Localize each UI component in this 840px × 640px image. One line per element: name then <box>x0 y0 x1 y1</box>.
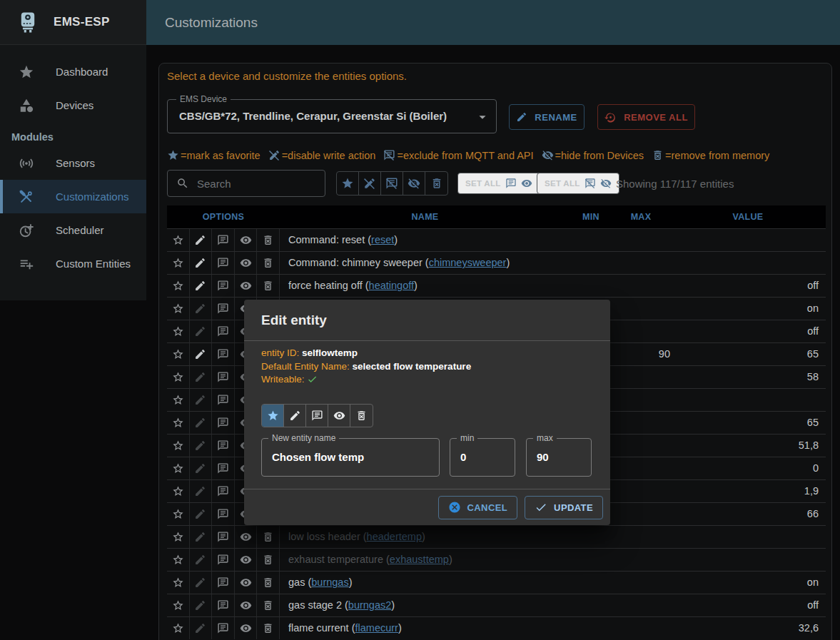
write-toggle[interactable] <box>284 405 306 427</box>
new-entity-name-field[interactable]: New entity name <box>261 438 440 477</box>
remove-toggle[interactable] <box>257 549 280 571</box>
write-toggle[interactable] <box>190 457 213 479</box>
mqtt-exclude-toggle[interactable] <box>212 617 235 639</box>
write-toggle[interactable] <box>190 343 213 365</box>
favorite-toggle[interactable] <box>167 594 190 616</box>
entity-shortname-link[interactable]: chimneysweeper <box>429 257 507 268</box>
mqtt-exclude-toggle[interactable] <box>212 457 235 479</box>
sidebar-item-sensors[interactable]: Sensors <box>0 146 146 180</box>
mqtt-exclude-toggle[interactable] <box>212 343 235 365</box>
hide-toggle[interactable] <box>235 549 258 571</box>
write-toggle[interactable] <box>190 229 213 251</box>
entity-shortname-link[interactable]: heatingoff <box>369 280 414 291</box>
favorite-toggle[interactable] <box>167 412 190 434</box>
favorite-toggle[interactable] <box>167 298 190 320</box>
rename-button[interactable]: RENAME <box>509 104 585 130</box>
hide-toggle[interactable] <box>235 526 258 548</box>
search-box[interactable] <box>167 170 325 197</box>
favorite-toggle[interactable] <box>167 572 190 594</box>
update-button[interactable]: UPDATE <box>525 496 603 519</box>
entity-shortname-link[interactable]: reset <box>371 234 394 245</box>
write-toggle[interactable] <box>190 389 213 411</box>
hide-toggle[interactable] <box>235 594 258 616</box>
write-toggle[interactable] <box>190 526 213 548</box>
hide-toggle[interactable] <box>235 252 258 274</box>
favorite-toggle[interactable] <box>167 435 190 457</box>
removed-filter-button[interactable] <box>425 172 447 195</box>
min-field[interactable]: min <box>450 438 515 477</box>
sidebar-item-devices[interactable]: Devices <box>0 88 146 122</box>
entity-shortname-link[interactable]: exhausttemp <box>390 554 449 565</box>
mqtt-exclude-toggle[interactable] <box>212 526 235 548</box>
mqtt-exclude-toggle[interactable] <box>212 252 235 274</box>
favorite-toggle[interactable] <box>167 275 190 297</box>
write-toggle[interactable] <box>190 320 213 342</box>
set-all-hide-button[interactable]: SET ALL <box>537 173 619 194</box>
hide-toggle[interactable] <box>235 229 258 251</box>
max-field[interactable]: max <box>526 438 592 477</box>
write-toggle[interactable] <box>190 275 213 297</box>
remove-all-button[interactable]: REMOVE ALL <box>597 104 695 130</box>
favorite-toggle[interactable] <box>262 405 284 427</box>
remove-toggle[interactable] <box>257 617 280 639</box>
remove-toggle[interactable] <box>257 275 280 297</box>
mqtt-exclude-toggle[interactable] <box>306 405 328 427</box>
mqtt-exclude-toggle[interactable] <box>212 572 235 594</box>
mqtt-exclude-toggle[interactable] <box>212 229 235 251</box>
favorite-toggle[interactable] <box>167 252 190 274</box>
sidebar-item-customizations[interactable]: Customizations <box>0 180 146 213</box>
hide-toggle[interactable] <box>235 617 258 639</box>
entity-shortname-link[interactable]: flamecurr <box>355 622 398 634</box>
remove-toggle[interactable] <box>257 594 280 616</box>
hide-toggle[interactable] <box>235 572 258 594</box>
favorite-toggle[interactable] <box>167 389 190 411</box>
write-toggle[interactable] <box>190 572 213 594</box>
mqtt-exclude-toggle[interactable] <box>212 549 235 571</box>
remove-toggle[interactable] <box>257 229 280 251</box>
write-toggle[interactable] <box>190 617 213 639</box>
entity-shortname-link[interactable]: burngas2 <box>348 599 391 611</box>
mqtt-exclude-toggle[interactable] <box>212 480 235 502</box>
remove-toggle[interactable] <box>257 572 280 594</box>
write-disabled-filter-button[interactable] <box>359 172 381 195</box>
chevron-down-icon[interactable] <box>475 109 490 125</box>
min-input[interactable] <box>450 439 515 476</box>
mqtt-exclude-toggle[interactable] <box>212 594 235 616</box>
new-entity-name-input[interactable] <box>262 439 439 476</box>
write-toggle[interactable] <box>190 503 213 525</box>
favorite-toggle[interactable] <box>167 503 190 525</box>
search-input[interactable] <box>197 178 311 190</box>
entity-shortname-link[interactable]: burngas <box>311 576 348 588</box>
favorite-toggle[interactable] <box>167 457 190 479</box>
cancel-button[interactable]: CANCEL <box>438 496 518 519</box>
favorite-toggle[interactable] <box>167 549 190 571</box>
favorite-toggle[interactable] <box>167 480 190 502</box>
write-toggle[interactable] <box>190 480 213 502</box>
mqtt-exclude-filter-button[interactable] <box>381 172 403 195</box>
write-toggle[interactable] <box>190 298 213 320</box>
mqtt-exclude-toggle[interactable] <box>212 412 235 434</box>
write-toggle[interactable] <box>190 412 213 434</box>
hide-toggle[interactable] <box>235 275 258 297</box>
set-all-show-button[interactable]: SET ALL <box>457 173 540 194</box>
write-toggle[interactable] <box>190 594 213 616</box>
remove-toggle[interactable] <box>350 405 373 427</box>
entity-shortname-link[interactable]: headertemp <box>367 531 422 542</box>
mqtt-exclude-toggle[interactable] <box>212 366 235 388</box>
hidden-filter-button[interactable] <box>403 172 425 195</box>
favorite-toggle[interactable] <box>167 366 190 388</box>
write-toggle[interactable] <box>190 252 213 274</box>
sidebar-item-dashboard[interactable]: Dashboard <box>0 55 146 88</box>
mqtt-exclude-toggle[interactable] <box>212 320 235 342</box>
write-toggle[interactable] <box>190 366 213 388</box>
favorite-toggle[interactable] <box>167 617 190 639</box>
favorite-toggle[interactable] <box>167 229 190 251</box>
write-toggle[interactable] <box>190 549 213 571</box>
sidebar-item-custom-entities[interactable]: Custom Entities <box>0 247 146 280</box>
favorite-toggle[interactable] <box>167 320 190 342</box>
sidebar-item-scheduler[interactable]: Scheduler <box>0 213 146 247</box>
favorite-toggle[interactable] <box>167 526 190 548</box>
mqtt-exclude-toggle[interactable] <box>212 298 235 320</box>
mqtt-exclude-toggle[interactable] <box>212 389 235 411</box>
hide-toggle[interactable] <box>328 405 350 427</box>
